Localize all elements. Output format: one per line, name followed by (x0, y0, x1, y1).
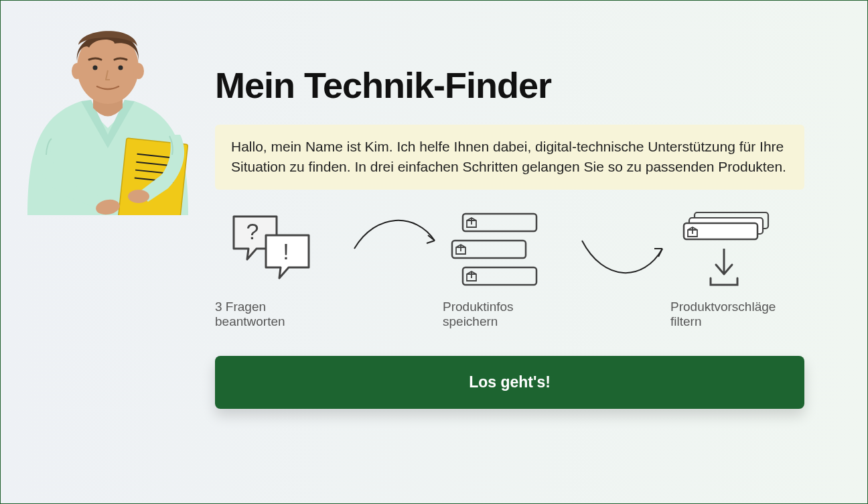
svg-rect-16 (463, 267, 536, 285)
download-filter-icon (670, 208, 778, 296)
product-list-icon (443, 208, 550, 296)
intro-message: Hallo, mein Name ist Kim. Ich helfe Ihne… (215, 125, 804, 190)
svg-point-10 (128, 190, 149, 203)
steps-row: ? ! 3 Fragen beantworten (215, 208, 804, 329)
arrow-icon (577, 208, 670, 296)
svg-point-2 (133, 63, 144, 79)
svg-text:?: ? (246, 218, 259, 244)
svg-rect-15 (452, 241, 526, 258)
step-2-label: Produktinfos speichern (443, 300, 563, 329)
svg-text:!: ! (283, 239, 289, 264)
step-1: ? ! 3 Fragen beantworten (215, 208, 349, 329)
arrow-icon (349, 208, 443, 296)
step-2: Produktinfos speichern (443, 208, 577, 329)
svg-point-4 (119, 66, 123, 70)
page-title: Mein Technik-Finder (215, 64, 804, 106)
step-3-label: Produktvorschläge filtern (670, 300, 791, 329)
svg-rect-14 (463, 214, 536, 231)
step-3: Produktvorschläge filtern (670, 208, 804, 329)
svg-point-3 (93, 66, 98, 70)
start-button[interactable]: Los geht's! (215, 356, 804, 409)
step-1-label: 3 Fragen beantworten (215, 300, 336, 329)
avatar-assistant-kim (14, 14, 202, 215)
svg-point-1 (72, 63, 82, 79)
questions-icon: ? ! (215, 208, 322, 296)
